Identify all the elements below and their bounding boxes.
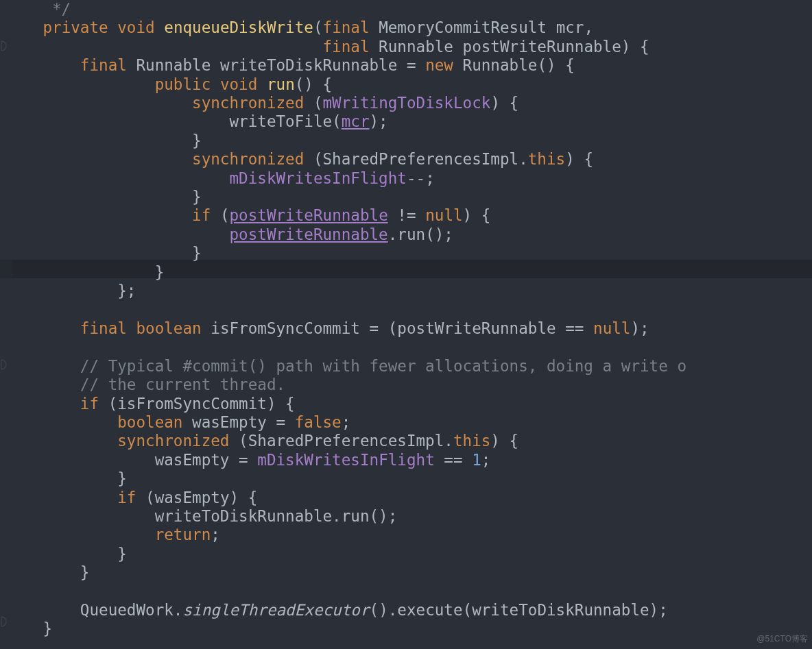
kw-public: public <box>155 75 211 93</box>
kw-final: final <box>323 38 370 56</box>
highlighted-line <box>0 260 812 278</box>
literal-1: 1 <box>472 451 481 469</box>
comment-line: // the current thread. <box>80 376 285 393</box>
kw-this: this <box>528 150 565 168</box>
kw-void: void <box>117 19 154 36</box>
kw-return: return <box>155 526 211 543</box>
kw-void: void <box>220 75 257 93</box>
kw-synchronized: synchronized <box>117 432 229 450</box>
kw-boolean: boolean <box>117 413 182 431</box>
param-mcr: mcr <box>556 19 584 36</box>
code-editor[interactable]: */ private void enqueueDiskWrite(final M… <box>0 0 812 639</box>
kw-null: null <box>425 206 462 224</box>
param-postwriterunnable: postWriteRunnable <box>463 38 621 56</box>
kw-if: if <box>117 489 136 506</box>
kw-final: final <box>323 19 370 36</box>
static-singlethreadexecutor: singleThreadExecutor <box>182 601 369 619</box>
field-mdiskwritesinflight: mDiskWritesInFlight <box>257 451 434 469</box>
kw-this: this <box>453 432 490 450</box>
ref-postwriterunnable[interactable]: postWriteRunnable <box>230 206 388 224</box>
watermark: @51CTO博客 <box>756 633 808 645</box>
ref-mcr[interactable]: mcr <box>342 112 370 130</box>
field-mwritingtodisklock: mWritingToDiskLock <box>323 94 491 112</box>
kw-final: final <box>80 319 127 337</box>
var-isfromsynccommit: isFromSyncCommit <box>211 319 360 337</box>
editor-gutter <box>0 0 12 649</box>
comment-end: */ <box>5 0 71 18</box>
ref-postwriterunnable[interactable]: postWriteRunnable <box>229 225 387 243</box>
method-run: run <box>267 75 295 93</box>
kw-final: final <box>80 56 127 74</box>
kw-private: private <box>43 19 108 36</box>
kw-new: new <box>425 56 453 74</box>
kw-if: if <box>80 395 99 413</box>
field-mdiskwritesinflight: mDiskWritesInFlight <box>229 169 406 187</box>
kw-boolean: boolean <box>136 319 201 337</box>
var-writetodiskrunnable: writeToDiskRunnable <box>220 56 397 74</box>
comment-line: // Typical #commit() path with fewer all… <box>80 357 686 375</box>
kw-if: if <box>192 206 211 224</box>
method-name: enqueueDiskWrite <box>164 19 313 36</box>
kw-false: false <box>295 413 342 431</box>
kw-synchronized: synchronized <box>192 150 304 168</box>
kw-synchronized: synchronized <box>192 94 304 112</box>
kw-null: null <box>593 319 630 337</box>
